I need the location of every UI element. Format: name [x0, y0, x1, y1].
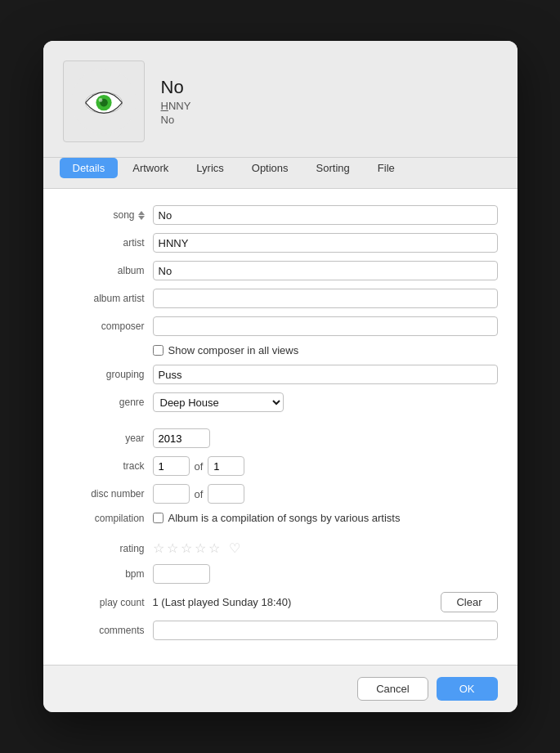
arrow-down-icon — [138, 216, 145, 220]
tab-artwork[interactable]: Artwork — [119, 158, 181, 178]
track-total-input[interactable] — [208, 456, 244, 476]
disc-row: disc number of — [63, 484, 498, 504]
heart-icon[interactable]: ♡ — [229, 540, 240, 556]
track-number-input[interactable] — [153, 456, 190, 476]
track-row: track of — [63, 456, 498, 476]
compilation-label: compilation — [63, 513, 153, 524]
dialog: No HNNY No Details Artwork Lyrics Option… — [43, 41, 517, 712]
track-label: track — [63, 460, 153, 472]
artwork-thumbnail — [63, 61, 145, 142]
clear-button[interactable]: Clear — [441, 592, 497, 612]
footer: Cancel OK — [43, 665, 517, 712]
cancel-button[interactable]: Cancel — [357, 677, 428, 701]
bpm-row: bpm — [63, 564, 498, 584]
genre-label: genre — [63, 397, 153, 408]
grouping-row: grouping — [63, 365, 498, 384]
separator-1 — [63, 420, 498, 428]
genre-select[interactable]: Deep House Electronic House Techno Ambie… — [153, 392, 284, 412]
compilation-row: compilation Album is a compilation of so… — [63, 512, 498, 524]
ok-button[interactable]: OK — [437, 677, 498, 701]
year-row: year — [63, 428, 498, 448]
star-4[interactable]: ☆ — [195, 540, 206, 556]
artist-input[interactable] — [153, 233, 498, 253]
disc-number-label: disc number — [63, 488, 153, 500]
bpm-input[interactable] — [153, 564, 210, 584]
album-input[interactable] — [153, 261, 498, 280]
song-label: song — [63, 209, 153, 221]
tab-lyrics[interactable]: Lyrics — [183, 158, 236, 178]
rating-label: rating — [63, 543, 153, 554]
header-artist: HNNY — [161, 100, 191, 112]
star-2[interactable]: ☆ — [167, 540, 178, 556]
tabs-bar: Details Artwork Lyrics Options Sorting F… — [43, 158, 517, 188]
tab-file[interactable]: File — [365, 158, 408, 178]
show-composer-checkbox[interactable] — [153, 345, 164, 356]
comments-row: comments — [63, 621, 498, 640]
song-sort-arrows[interactable] — [138, 211, 145, 220]
rating-row: rating ☆ ☆ ☆ ☆ ☆ ♡ — [63, 540, 498, 556]
artist-label: artist — [63, 237, 153, 249]
track-of-label: of — [190, 460, 208, 473]
show-composer-label[interactable]: Show composer in all views — [168, 344, 299, 356]
star-3[interactable]: ☆ — [181, 540, 192, 556]
star-5[interactable]: ☆ — [208, 540, 220, 556]
composer-row: composer — [63, 316, 498, 336]
content-area: song artist album album artist compos — [43, 188, 517, 665]
star-1[interactable]: ☆ — [153, 540, 164, 556]
grouping-label: grouping — [63, 369, 153, 380]
album-row: album — [63, 261, 498, 280]
album-artist-label: album artist — [63, 293, 153, 304]
header-title: No — [161, 77, 191, 98]
disc-number-input[interactable] — [153, 484, 190, 504]
header-info: No HNNY No — [161, 77, 191, 126]
year-input[interactable] — [153, 428, 210, 448]
bpm-label: bpm — [63, 568, 153, 580]
header: No HNNY No — [43, 41, 517, 158]
compilation-text[interactable]: Album is a compilation of songs by vario… — [168, 512, 401, 524]
year-label: year — [63, 433, 153, 444]
disc-total-input[interactable] — [208, 484, 244, 504]
composer-label: composer — [63, 320, 153, 332]
arrow-up-icon — [138, 211, 145, 215]
play-count-label: play count — [63, 597, 153, 608]
album-artist-input[interactable] — [153, 289, 498, 308]
album-label: album — [63, 265, 153, 276]
comments-label: comments — [63, 625, 153, 636]
comments-input[interactable] — [153, 621, 498, 640]
tab-sorting[interactable]: Sorting — [303, 158, 363, 178]
separator-2 — [63, 532, 498, 540]
artist-row: artist — [63, 233, 498, 253]
composer-input[interactable] — [153, 316, 498, 336]
disc-of-label: of — [190, 488, 208, 500]
play-count-value: 1 (Last played Sunday 18:40) — [153, 596, 435, 608]
tab-options[interactable]: Options — [239, 158, 302, 178]
playcount-row: play count 1 (Last played Sunday 18:40) … — [63, 592, 498, 612]
stars-container: ☆ ☆ ☆ ☆ ☆ ♡ — [153, 540, 240, 556]
genre-row: genre Deep House Electronic House Techno… — [63, 392, 498, 412]
album-artist-row: album artist — [63, 289, 498, 308]
song-row: song — [63, 205, 498, 225]
show-composer-row: Show composer in all views — [153, 344, 498, 356]
tab-details[interactable]: Details — [60, 158, 119, 178]
compilation-checkbox[interactable] — [153, 513, 164, 523]
header-album: No — [161, 114, 191, 126]
grouping-input[interactable] — [153, 365, 498, 384]
svg-point-4 — [98, 98, 102, 102]
song-input[interactable] — [153, 205, 498, 225]
